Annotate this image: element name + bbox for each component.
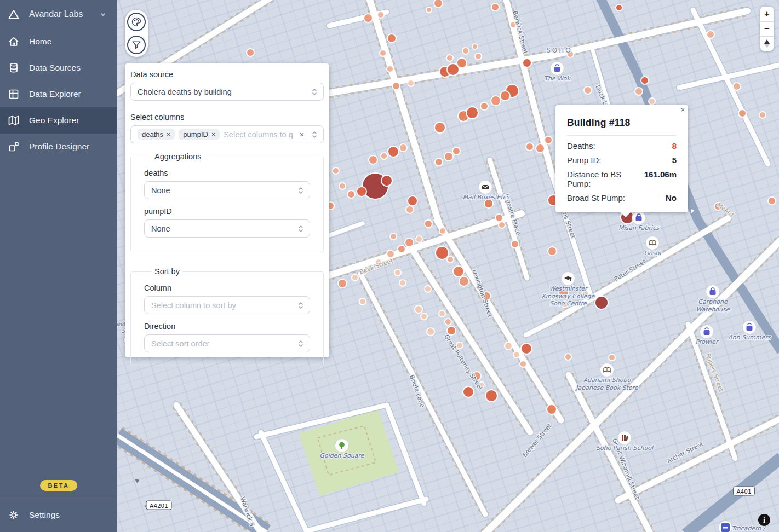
death-dot [405, 238, 414, 247]
zoom-in-button[interactable]: + [760, 7, 774, 21]
select-chevrons-icon [297, 224, 304, 233]
chip-label: deaths [142, 130, 163, 138]
death-dot [439, 228, 446, 234]
query-panel: Data source Cholera deaths by building S… [125, 63, 329, 357]
zoom-out-button[interactable]: − [760, 21, 774, 36]
death-dot [609, 354, 615, 361]
select-chevrons-icon [297, 186, 304, 195]
filter-button[interactable] [127, 36, 146, 54]
blocks-icon [7, 140, 20, 153]
death-dot [347, 190, 355, 198]
building-popup: × Building #118 Deaths: 8 Pump ID: 5 Dis… [555, 105, 688, 212]
death-dot [733, 83, 741, 90]
sidebar-item-data-sources[interactable]: Data Sources [0, 55, 117, 81]
sort-column-select[interactable]: Select column to sort by [144, 296, 310, 314]
home-icon [7, 35, 20, 48]
death-dot [462, 48, 469, 54]
sidebar-item-data-explorer[interactable]: Data Explorer [0, 81, 117, 107]
poi-label: Prowler [696, 338, 719, 345]
agg-pumpid-label: pumpID [144, 207, 310, 216]
death-dot [388, 146, 399, 157]
poi-label: Goshl [644, 250, 662, 257]
popup-close-icon[interactable]: × [681, 107, 685, 113]
popup-row-label: Distance to BS Pump: [567, 170, 644, 188]
select-chevrons-icon [311, 130, 318, 139]
poi-label: The Wok [544, 75, 571, 82]
death-dot [399, 280, 406, 286]
death-dot [759, 112, 766, 118]
column-chip-pumpid[interactable]: pumpID × [179, 129, 220, 140]
agg-deaths-label: deaths [144, 169, 310, 177]
poi-label: Mail Boxes Etc. [463, 194, 508, 201]
death-dot [381, 175, 392, 186]
death-dot [738, 109, 746, 117]
compass-button[interactable] [760, 36, 774, 51]
death-dot [434, 122, 445, 133]
gear-icon [7, 508, 20, 522]
death-dot [499, 222, 505, 228]
sort-direction-placeholder: Select sort order [151, 339, 294, 348]
death-dot [511, 240, 519, 248]
data-source-select[interactable]: Cholera deaths by building [130, 83, 324, 101]
select-chevrons-icon [311, 88, 318, 96]
compass-north-icon [764, 39, 770, 44]
svg-text:A401: A401 [736, 488, 751, 495]
sidebar-item-label: Data Explorer [29, 89, 81, 99]
death-dot [444, 152, 453, 161]
chip-remove-icon[interactable]: × [211, 131, 215, 138]
select-chevrons-icon [297, 301, 304, 310]
sort-direction-select[interactable]: Select sort order [144, 334, 310, 352]
sidebar-item-label: Geo Explorer [29, 115, 79, 125]
sidebar-item-profile-designer[interactable]: Profile Designer [0, 134, 117, 160]
death-dot [380, 50, 386, 56]
sidebar-item-settings[interactable]: Settings [0, 498, 117, 532]
death-dot [545, 136, 552, 144]
death-dot [434, 0, 443, 8]
sidebar-item-geo-explorer[interactable]: Geo Explorer [0, 107, 117, 134]
sidebar-item-label: Data Sources [29, 63, 81, 73]
columns-multiselect[interactable]: deaths × pumpID × Select columns to qu × [130, 125, 324, 143]
death-dot [536, 144, 545, 153]
select-chevrons-icon [297, 339, 304, 348]
death-dot [641, 77, 649, 84]
death-dot [459, 276, 469, 286]
agg-deaths-value: None [151, 186, 294, 195]
death-dot [548, 247, 557, 256]
death-dot [408, 80, 414, 86]
death-dot [616, 4, 622, 11]
brand-menu[interactable]: Avandar Labs [0, 0, 117, 28]
clear-selection-icon[interactable]: × [300, 130, 304, 139]
funnel-icon [131, 39, 142, 50]
death-dot [768, 197, 776, 205]
sidebar-item-label: Settings [29, 510, 60, 520]
map-icon [7, 114, 20, 127]
death-dot [390, 233, 397, 240]
death-dot [406, 206, 414, 213]
death-dot [649, 98, 655, 105]
popup-row-value: 5 [672, 155, 677, 165]
chip-remove-icon[interactable]: × [167, 131, 170, 138]
popup-row-value: No [666, 193, 677, 203]
chevron-down-icon[interactable] [96, 10, 110, 19]
sort-legend: Sort by [152, 267, 182, 276]
column-chip-deaths[interactable]: deaths × [138, 129, 175, 140]
death-dot [513, 351, 520, 358]
death-dot [707, 31, 714, 38]
attribution-info-button[interactable]: i [758, 514, 770, 526]
sidebar-item-home[interactable]: Home [0, 28, 117, 55]
death-dot [500, 91, 510, 101]
style-palette-button[interactable] [127, 13, 146, 31]
sidebar-item-label: Profile Designer [29, 142, 89, 152]
avandar-logo-icon [7, 8, 20, 21]
svg-text:A4201: A4201 [150, 502, 168, 509]
poi-label: Warehouse [696, 306, 730, 313]
death-dot [387, 34, 396, 43]
popup-row-label: Deaths: [567, 141, 595, 151]
poi-label: Misan Fabrics [618, 224, 660, 232]
map-zoom-control: + − [760, 7, 774, 51]
poi-label: Adanami Shobo [583, 377, 632, 384]
beta-badge: BETA [40, 480, 77, 491]
agg-deaths-select[interactable]: None [144, 181, 310, 199]
agg-pumpid-select[interactable]: None [144, 219, 310, 238]
death-dot [565, 354, 571, 360]
